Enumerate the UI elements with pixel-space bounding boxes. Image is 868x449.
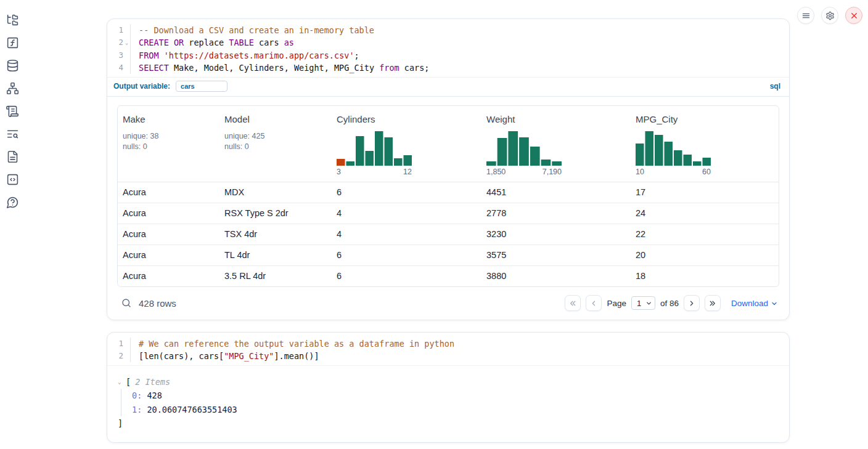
search-button[interactable] [121, 297, 132, 309]
column-histogram [636, 131, 711, 166]
logs-icon[interactable] [6, 127, 20, 141]
prev-page-button[interactable] [586, 295, 602, 311]
table-cell[interactable]: 24 [631, 203, 779, 224]
table-cell[interactable]: 3880 [481, 266, 631, 286]
table-cell[interactable]: 6 [332, 266, 481, 286]
column-stat: nulls: 0 [224, 142, 327, 152]
output-variable-input[interactable] [176, 81, 227, 92]
histogram-bar [684, 155, 692, 166]
fold-spacer [123, 49, 130, 62]
column-name: MPG_City [636, 114, 774, 124]
line-number: 4 [118, 62, 123, 74]
shutdown-button[interactable] [845, 7, 862, 24]
tree-collapse-chevron-icon[interactable]: ⌄ [118, 379, 126, 385]
fold-spacer [123, 62, 130, 74]
code-text: FROM 'https://datasets.marimo.app/cars.c… [131, 49, 359, 62]
histogram-bar [346, 161, 355, 166]
first-page-button[interactable] [565, 295, 581, 311]
help-icon[interactable] [6, 195, 20, 209]
column-histogram [486, 131, 562, 166]
code-text: -- Download a CSV and create an in-memor… [131, 24, 374, 36]
page-select-wrap: 1 [631, 296, 655, 310]
tree-open-bracket: [ [126, 376, 131, 388]
language-badge: sql [770, 82, 780, 91]
hamburger-menu-icon [801, 11, 811, 20]
histogram-bar [394, 158, 403, 166]
chevrons-left-icon [569, 299, 577, 307]
histogram-bar [636, 144, 644, 166]
table-cell[interactable]: 20 [631, 245, 779, 265]
table-cell[interactable]: TSX 4dr [219, 224, 332, 245]
documentation-icon[interactable] [6, 150, 20, 164]
table-row[interactable]: AcuraTL 4dr6357520 [118, 245, 779, 265]
column-name: Make [123, 114, 215, 124]
scratchpad-icon[interactable] [6, 104, 20, 118]
table-cell[interactable]: RSX Type S 2dr [219, 203, 332, 224]
code-line: 4SELECT Make, Model, Cylinders, Weight, … [107, 62, 789, 74]
snippets-icon[interactable] [6, 172, 20, 187]
table-cell[interactable]: 3230 [481, 224, 631, 245]
column-header[interactable]: Modelunique: 425nulls: 0 [219, 106, 332, 182]
table-cell[interactable]: TL 4dr [219, 245, 332, 265]
table-row[interactable]: Acura3.5 RL 4dr6388018 [118, 265, 779, 286]
table-cell[interactable]: 18 [631, 266, 779, 286]
histogram-bar [404, 155, 412, 166]
table-cell[interactable]: 2778 [481, 203, 631, 224]
histogram-bar [530, 147, 540, 166]
table-row[interactable]: AcuraRSX Type S 2dr4277824 [118, 203, 779, 224]
page-select[interactable]: 1 [631, 296, 655, 310]
column-header[interactable]: MPG_City1060 [631, 106, 779, 182]
table-row[interactable]: AcuraTSX 4dr4323022 [118, 224, 779, 245]
code-line: 2⌄CREATE OR replace TABLE cars as [107, 36, 789, 49]
fold-spacer [123, 24, 130, 36]
code-text: # We can reference the output variable a… [131, 338, 454, 350]
table-cell[interactable]: 17 [631, 182, 779, 203]
column-header[interactable]: Makeunique: 38nulls: 0 [118, 106, 219, 182]
histogram-min-label: 10 [636, 168, 644, 176]
sql-code-editor[interactable]: 1-- Download a CSV and create an in-memo… [107, 19, 789, 77]
table-cell[interactable]: 4451 [481, 182, 631, 203]
column-header[interactable]: Cylinders312 [332, 106, 481, 182]
last-page-button[interactable] [705, 295, 721, 311]
table-row[interactable]: AcuraMDX6445117 [118, 182, 779, 203]
table-cell[interactable]: MDX [219, 182, 332, 203]
dependency-graph-icon[interactable] [6, 81, 20, 95]
table-cell[interactable]: Acura [118, 245, 219, 265]
histogram-bar [366, 151, 374, 166]
code-text: SELECT Make, Model, Cylinders, Weight, M… [131, 62, 429, 74]
table-cell[interactable]: Acura [118, 266, 219, 286]
page-label: Page [607, 299, 626, 308]
histogram-bar [508, 131, 518, 166]
settings-button[interactable] [821, 7, 838, 24]
python-code-editor[interactable]: 1# We can reference the output variable … [107, 333, 789, 365]
notebook-actions-button[interactable] [797, 7, 814, 24]
table-cell[interactable]: 3.5 RL 4dr [219, 266, 332, 286]
table-cell[interactable]: 4 [332, 203, 481, 224]
output-variable-label: Output variable: [113, 82, 170, 91]
table-cell[interactable]: 6 [332, 182, 481, 203]
table-cell[interactable]: 6 [332, 245, 481, 265]
tree-close-bracket: ] [118, 417, 779, 429]
table-cell[interactable]: Acura [118, 224, 219, 245]
table-cell[interactable]: 22 [631, 224, 779, 245]
table-cell[interactable]: 3575 [481, 245, 631, 265]
histogram-min-label: 1,850 [486, 168, 506, 176]
histogram-bar [645, 131, 654, 166]
fold-chevron-icon[interactable]: ⌄ [123, 36, 130, 49]
variables-icon[interactable] [6, 36, 20, 50]
table-cell[interactable]: Acura [118, 182, 219, 203]
download-button[interactable]: Download [731, 299, 778, 308]
histogram-bar [375, 131, 383, 166]
table-cell[interactable]: 4 [332, 224, 481, 245]
pagination: Page 1 of 86 [565, 295, 721, 311]
file-tree-icon[interactable] [6, 13, 20, 27]
gutter: 2⌄ [107, 36, 131, 49]
next-page-button[interactable] [684, 295, 700, 311]
datasources-icon[interactable] [6, 59, 20, 73]
column-header[interactable]: Weight1,8507,190 [481, 106, 631, 182]
table-cell[interactable]: Acura [118, 203, 219, 224]
chevron-down-icon [771, 299, 778, 307]
sidebar [6, 13, 20, 209]
histogram-max-label: 60 [702, 168, 711, 176]
histogram-axis-labels: 1,8507,190 [486, 168, 562, 176]
